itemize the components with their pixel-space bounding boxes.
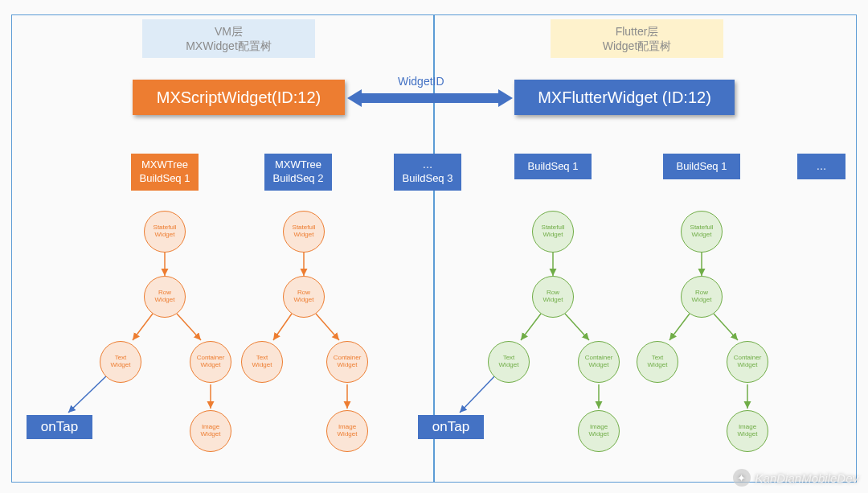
node-text-widget: Text Widget — [637, 341, 678, 383]
vm-buildseq-3: …BuildSeq 3 — [394, 154, 461, 191]
node-text-widget: Text Widget — [100, 341, 141, 383]
node-text-widget: Text Widget — [488, 341, 530, 383]
node-container-widget: Container Widget — [578, 341, 620, 383]
vm-seq3-l1: … — [422, 158, 432, 170]
header-vm: VM层 MXWidget配置树 — [142, 19, 315, 58]
node-container-widget: Container Widget — [190, 341, 231, 383]
widgetid-label: WidgetID — [398, 75, 444, 88]
watermark: ✦ KanDianMobileDev — [733, 469, 858, 487]
ontap-box-right: onTap — [418, 415, 484, 439]
header-flutter-line2: Widget配置树 — [559, 39, 715, 53]
node-row-widget: Row Widget — [144, 276, 186, 318]
node-statefull-widget: Statefull Widget — [681, 211, 723, 253]
vm-buildseq-2: MXWTreeBuildSeq 2 — [264, 154, 332, 191]
vm-seq2-l1: MXWTree — [275, 158, 321, 170]
vm-seq1-l2: BuildSeq 1 — [140, 172, 190, 184]
watermark-text: KanDianMobileDev — [755, 471, 858, 485]
vm-buildseq-1: MXWTreeBuildSeq 1 — [131, 154, 199, 191]
vm-seq3-l2: BuildSeq 3 — [403, 172, 453, 184]
flutter-buildseq-3: … — [797, 154, 845, 179]
node-text-widget: Text Widget — [241, 341, 283, 383]
node-image-widget: Image Widget — [727, 410, 768, 452]
node-image-widget: Image Widget — [190, 410, 231, 452]
ontap-box-left: onTap — [27, 415, 92, 439]
mxflutterwidget-box: MXFlutterWidget (ID:12) — [514, 80, 735, 115]
vm-seq2-l2: BuildSeq 2 — [273, 172, 324, 184]
node-image-widget: Image Widget — [326, 410, 368, 452]
wechat-icon: ✦ — [733, 469, 751, 487]
node-row-widget: Row Widget — [283, 276, 325, 318]
node-image-widget: Image Widget — [578, 410, 620, 452]
node-statefull-widget: Statefull Widget — [532, 211, 574, 253]
vm-seq1-l1: MXWTree — [141, 158, 188, 170]
widgetid-arrow — [347, 91, 513, 105]
node-container-widget: Container Widget — [727, 341, 768, 383]
node-statefull-widget: Statefull Widget — [283, 211, 325, 253]
header-flutter-line1: Flutter层 — [559, 24, 715, 39]
node-statefull-widget: Statefull Widget — [144, 211, 186, 253]
flutter-buildseq-2: BuildSeq 1 — [663, 154, 740, 179]
node-row-widget: Row Widget — [532, 276, 574, 318]
header-vm-line2: MXWidget配置树 — [150, 39, 307, 53]
mxscriptwidget-box: MXScriptWidget(ID:12) — [133, 80, 345, 115]
flutter-buildseq-1: BuildSeq 1 — [514, 154, 592, 179]
node-row-widget: Row Widget — [681, 276, 723, 318]
header-flutter: Flutter层 Widget配置树 — [551, 19, 723, 58]
header-vm-line1: VM层 — [150, 24, 307, 39]
node-container-widget: Container Widget — [326, 341, 368, 383]
